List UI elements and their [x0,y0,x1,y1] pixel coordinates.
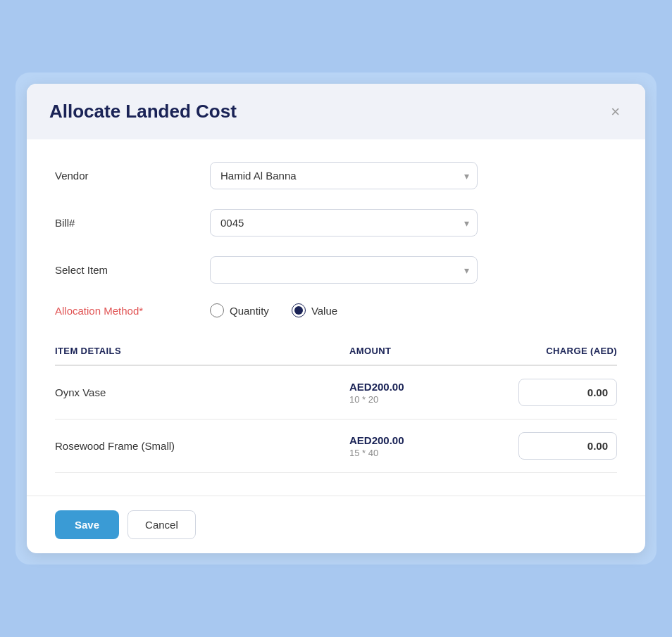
charge-cell-1 [476,379,617,406]
amount-cell-1: AED200.00 10 * 20 [349,381,476,405]
radio-quantity[interactable] [210,303,224,317]
item-name-2: Rosewood Frame (Small) [55,440,349,452]
modal-title: Allocate Landed Cost [49,101,237,122]
amount-value-2: AED200.00 [349,434,476,446]
radio-quantity-label: Quantity [230,305,269,317]
radio-option-quantity[interactable]: Quantity [210,303,269,317]
select-item-select[interactable] [210,256,478,284]
select-item-row: Select Item ▾ [55,256,617,284]
radio-value[interactable] [292,303,306,317]
radio-option-value[interactable]: Value [292,303,337,317]
bill-label: Bill# [55,217,210,229]
vendor-select[interactable]: Hamid Al Banna [210,162,478,189]
col-item-details: ITEM DETAILS [55,346,349,356]
modal-body: Vendor Hamid Al Banna ▾ Bill# 0045 ▾ [27,139,645,496]
select-item-wrapper: ▾ [210,256,478,284]
table-row: Rosewood Frame (Small) AED200.00 15 * 40 [55,420,617,473]
radio-value-label: Value [311,305,337,317]
vendor-label: Vendor [55,170,210,182]
outer-wrapper: Allocate Landed Cost × Vendor Hamid Al B… [15,72,657,565]
charge-input-1[interactable] [518,379,617,406]
table-header: ITEM DETAILS AMOUNT CHARGE (AED) [55,337,617,366]
cancel-button[interactable]: Cancel [127,510,196,539]
amount-cell-2: AED200.00 15 * 40 [349,434,476,458]
amount-value-1: AED200.00 [349,381,476,393]
bill-select[interactable]: 0045 [210,209,478,236]
modal-footer: Save Cancel [27,496,645,553]
modal-header: Allocate Landed Cost × [27,84,645,139]
amount-sub-1: 10 * 20 [349,394,476,405]
col-amount: AMOUNT [349,346,476,356]
items-table: ITEM DETAILS AMOUNT CHARGE (AED) Oynx Va… [55,337,617,473]
bill-select-wrapper: 0045 ▾ [210,209,478,236]
allocation-method-row: Allocation Method* Quantity Value [55,303,617,317]
charge-cell-2 [476,432,617,460]
vendor-select-wrapper: Hamid Al Banna ▾ [210,162,478,189]
close-button[interactable]: × [608,101,623,122]
save-button[interactable]: Save [55,510,119,539]
bill-row: Bill# 0045 ▾ [55,209,617,236]
allocation-method-label: Allocation Method* [55,305,210,317]
vendor-row: Vendor Hamid Al Banna ▾ [55,162,617,189]
item-name-1: Oynx Vase [55,386,349,398]
table-row: Oynx Vase AED200.00 10 * 20 [55,366,617,420]
select-item-label: Select Item [55,264,210,276]
amount-sub-2: 15 * 40 [349,448,476,458]
charge-input-2[interactable] [518,432,617,460]
allocation-method-radio-group: Quantity Value [210,303,337,317]
col-charge: CHARGE (AED) [476,346,617,356]
modal-dialog: Allocate Landed Cost × Vendor Hamid Al B… [27,84,645,553]
